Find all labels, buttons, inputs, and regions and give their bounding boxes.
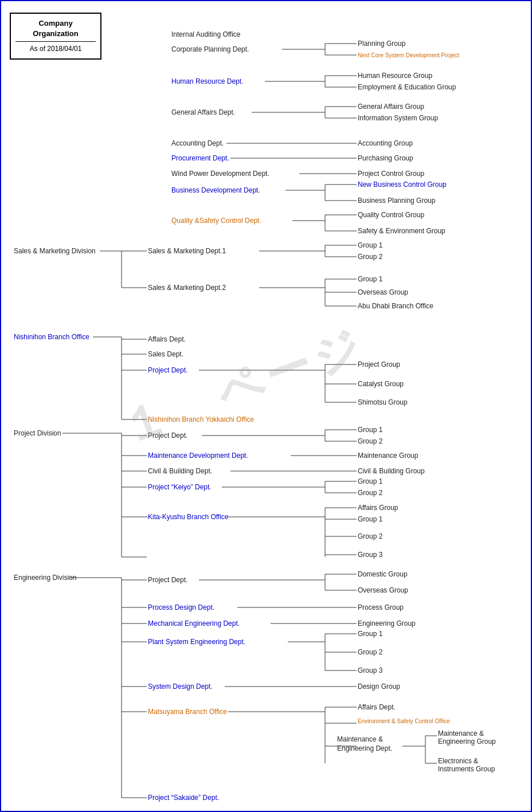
plant-g3-label: Group 3 [358, 666, 383, 674]
hr-dept-label: Human Resource Dept. [171, 77, 243, 85]
maint-group-label: Maintenance Group [358, 452, 418, 460]
sales-div-label: Sales & Marketing Division [14, 247, 96, 255]
pd-g2-label: Group 2 [358, 437, 383, 445]
sakaide-label: Project “Sakaide” Dept. [148, 794, 219, 802]
sm2-g1-label: Group 1 [358, 275, 383, 283]
pd-proj-dept-label: Project Dept. [148, 432, 187, 440]
yokkaichi-label: Nishinihon Branch Yokkaichi Office [148, 415, 255, 423]
sm2-abudhabi-label: Abu Dhabi Branch Office [358, 302, 433, 310]
maint-eng-dept-label2: Engineering Dept. [337, 744, 392, 752]
kita-g1-label: Group 1 [358, 515, 383, 523]
new-biz-label: New Business Control Group [358, 181, 447, 189]
eng-proj-label: Project Dept. [148, 576, 187, 584]
matsu-affairs-label: Affairs Dept. [358, 703, 396, 711]
civil-dept-label: Civil & Building Dept. [148, 467, 212, 475]
internal-auditing-label: Internal Auditing Office [171, 30, 241, 38]
sys-design-label: System Design Dept. [148, 682, 213, 691]
emp-edu-label: Employment & Education Group [358, 83, 456, 91]
keiyo-label: Project “Keiyo” Dept. [148, 483, 212, 491]
maint-eng-grp-label: Maintenance & [438, 729, 484, 738]
sm1-g1-label: Group 1 [358, 241, 383, 249]
pd-g1-label: Group 1 [358, 426, 383, 434]
ga-dept-label: General Affairs Dept. [171, 108, 235, 116]
safety-env-label: Safety & Environment Group [358, 227, 445, 235]
plant-g2-label: Group 2 [358, 648, 383, 656]
page: Company Organization As of 2018/04/01 １ … [0, 0, 532, 812]
corporate-planning-label: Corporate Planning Dept. [171, 45, 249, 53]
planning-group-label: Planning Group [358, 40, 406, 48]
mech-eng-label: Mechanical Engineering Dept. [148, 619, 240, 627]
maint-dev-label: Maintenance Development Dept. [148, 452, 248, 460]
maint-eng-grp-label2: Engineering Group [438, 738, 496, 746]
civil-group-label: Civil & Building Group [358, 467, 425, 475]
nishi-proj-label: Project Dept. [148, 366, 187, 374]
sm1-g2-label: Group 2 [358, 253, 383, 261]
quality-ctrl-label: Quality Control Group [358, 211, 424, 219]
kita-g2-label: Group 2 [358, 532, 383, 540]
keiyo-g1-label: Group 1 [358, 477, 383, 485]
biz-planning-label: Business Planning Group [358, 197, 436, 205]
sm1-dept-label: Sales & Marketing Dept.1 [148, 247, 226, 255]
env-safety-label: Environment & Safety Control Office [358, 718, 450, 724]
ga-group-label: General Affairs Group [358, 103, 424, 111]
plant-g1-label: Group 1 [358, 630, 383, 638]
shimotsu-label: Shimotsu Group [358, 398, 408, 406]
catalyst-label: Catalyst Group [358, 380, 404, 388]
design-group-label: Design Group [358, 682, 400, 691]
electronics-label: Electronics & [438, 757, 478, 765]
process-group-label: Process Group [358, 603, 404, 611]
wind-dept-label: Wind Power Development Dept. [171, 170, 269, 178]
purchasing-group-label: Purchasing Group [358, 154, 413, 162]
sm2-dept-label: Sales & Marketing Dept.2 [148, 284, 226, 292]
matsuyama-label: Matsuyama Branch Office [148, 708, 227, 716]
kita-affairs-label: Affairs Group [358, 504, 398, 512]
process-design-label: Process Design Dept. [148, 603, 214, 611]
eng-div-label: Engineering Division [14, 574, 76, 582]
proj-group-label: Project Group [358, 360, 400, 368]
org-chart-svg: .t { font-family: Arial, sans-serif; fon… [1, 1, 532, 812]
instruments-label: Instruments Group [438, 765, 495, 773]
acct-dept-label: Accounting Dept. [171, 139, 224, 147]
kita-label: Kita-Kyushu Branch Office [148, 513, 229, 521]
hr-group-label: Human Resource Group [358, 72, 432, 80]
eng-group-label: Engineering Group [358, 619, 416, 627]
acct-group-label: Accounting Group [358, 139, 413, 147]
proj-div-label: Project Division [14, 429, 61, 437]
nishi-affairs-label: Affairs Dept. [148, 335, 186, 343]
maint-eng-dept-label: Maintenance & [337, 735, 383, 743]
keiyo-g2-label: Group 2 [358, 489, 383, 497]
overseas-group-label: Overseas Group [358, 586, 408, 594]
proc-dept-label: Procurement Dept. [171, 154, 229, 162]
nishinihon-div-label: Nishinihon Branch Office [14, 333, 89, 341]
kita-g3-label: Group 3 [358, 551, 383, 559]
qsc-dept-label: Quality &Safety Control Dept. [171, 217, 261, 225]
proj-ctrl-label: Project Control Group [358, 170, 424, 178]
plant-sys-label: Plant System Engineering Dept. [148, 638, 245, 646]
next-core-label: Next Core System Development Project [358, 52, 459, 58]
domestic-group-label: Domestic Group [358, 570, 408, 578]
info-sys-label: Information System Group [358, 114, 438, 122]
sm2-overseas-label: Overseas Group [358, 288, 408, 296]
biz-dev-dept-label: Business Development Dept. [171, 186, 260, 194]
nishi-sales-label: Sales Dept. [148, 350, 183, 358]
